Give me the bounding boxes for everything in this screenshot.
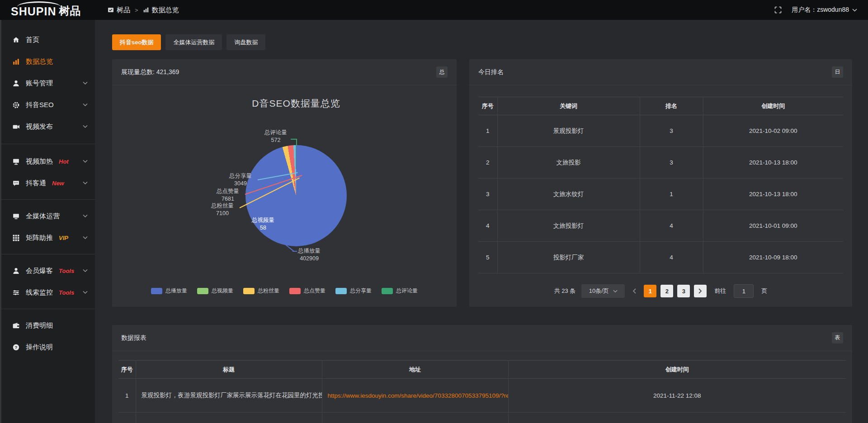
app-logo[interactable]: SHUPIN 树品 (11, 0, 95, 20)
username-label: 用户名：zswodun88 (792, 6, 849, 14)
legend-label: 总粉丝量 (258, 287, 279, 295)
legend-label: 总播放量 (165, 287, 187, 295)
sidebar-item-account[interactable]: 账号管理 (0, 72, 95, 94)
leader-line-plays (292, 251, 297, 252)
main-content: 抖音seo数据 全媒体运营数据 询盘数据 展现量总数: 421,369 总 D音… (95, 20, 868, 423)
logo-arc-decoration (17, 1, 61, 7)
cell-rank: 4 (640, 242, 703, 273)
pie-label-value: 7100 (206, 210, 239, 217)
pie-label-value: 58 (247, 224, 279, 232)
chevron-down-icon (852, 9, 857, 12)
goto-page-input[interactable] (734, 284, 754, 298)
page-size-select[interactable]: 10条/页 (581, 284, 625, 298)
chevron-down-icon (83, 103, 88, 107)
user-icon (12, 79, 20, 87)
chevron-down-icon (83, 125, 88, 128)
tab-douyin-seo-data[interactable]: 抖音seo数据 (112, 34, 161, 50)
question-icon: ? (12, 343, 20, 351)
page-button-3[interactable]: 3 (677, 285, 690, 297)
chevron-left-icon (632, 288, 636, 294)
legend-swatch (382, 288, 393, 294)
sidebar-item-lead-monitor[interactable]: 线索监控 Tools (0, 282, 95, 303)
monitor-icon (12, 212, 20, 220)
column-header-index: 序号 (478, 97, 497, 115)
username-menu[interactable]: 用户名：zswodun88 (792, 6, 857, 14)
impressions-total-label: 展现量总数: 421,369 (121, 68, 179, 76)
tab-inquiry-data[interactable]: 询盘数据 (226, 34, 265, 50)
ranking-body: 序号 关键词 排名 创建时间 1 景观投影灯 3 2021-10 (469, 97, 852, 298)
pie-label-comments: 总评论量 572 (261, 129, 290, 144)
sidebar-divider (0, 309, 95, 309)
sidebar-item-omnimedia[interactable]: 全媒体运营 (0, 205, 95, 227)
legend-item[interactable]: 总播放量 (151, 287, 187, 295)
legend-item[interactable]: 总点赞量 (289, 287, 326, 295)
legend-swatch (335, 288, 347, 294)
table-header-row: 序号 标题 地址 创建时间 (118, 361, 846, 379)
column-header-time: 创建时间 (703, 97, 843, 115)
next-page-button[interactable] (694, 285, 707, 297)
report-panel: 数据报表 表 序号 标题 地址 创建时间 1 (112, 325, 852, 423)
sidebar-item-help[interactable]: ? 操作说明 (0, 336, 95, 358)
new-tag: New (52, 180, 64, 187)
breadcrumb-item-root[interactable]: 树品 (108, 6, 130, 14)
page-button-2[interactable]: 2 (660, 285, 673, 297)
ranking-panel: 今日排名 日 序号 关键词 排名 创建时间 (469, 59, 852, 307)
logo-text-cn: 树品 (59, 4, 80, 18)
breadcrumb-label: 树品 (117, 6, 130, 14)
sidebar-item-consumption[interactable]: 消费明细 (0, 315, 95, 336)
pagination-total: 共 23 条 (554, 287, 576, 295)
sidebar-item-douyin-seo[interactable]: 抖音SEO (0, 94, 95, 116)
pie-label-value: 3049 (224, 180, 257, 188)
sidebar-item-home[interactable]: 首页 (0, 29, 95, 51)
svg-text:?: ? (14, 344, 17, 349)
table-row: 5 投影灯厂家 4 2021-10-09 18:00 (478, 242, 843, 273)
ranking-title: 今日排名 (478, 68, 504, 76)
sidebar-divider (0, 199, 95, 200)
day-badge-button[interactable]: 日 (832, 66, 843, 78)
total-badge-button[interactable]: 总 (436, 66, 448, 78)
table-row: 2 文旅投影 3 2021-10-13 18:00 (478, 147, 843, 179)
table-badge-button[interactable]: 表 (832, 332, 843, 343)
cell-url-link[interactable]: https://www.iesdouyin.com/share/video/70… (322, 379, 508, 413)
breadcrumb: 树品 > 数据总览 (108, 6, 179, 14)
chevron-down-icon (83, 82, 88, 85)
legend-item[interactable]: 总分享量 (335, 287, 372, 295)
page-size-value: 10条/页 (589, 287, 609, 295)
goto-label: 前往 (714, 287, 726, 295)
display-icon (12, 157, 20, 165)
breadcrumb-separator: > (135, 7, 138, 14)
cell-keyword: 文旅水纹灯 (497, 179, 640, 210)
legend-item[interactable]: 总评论量 (382, 287, 418, 295)
legend-item[interactable]: 总粉丝量 (243, 287, 279, 295)
cell-index: 1 (478, 115, 497, 147)
pie-label-videos: 总视频量 58 (247, 216, 279, 232)
sidebar-item-member-tool[interactable]: 会员爆客 Tools (0, 260, 95, 282)
sidebar-item-data-overview[interactable]: 数据总览 (0, 51, 95, 72)
sidebar-item-video-publish[interactable]: 视频发布 (0, 116, 95, 137)
cell-keyword: 文旅投影灯 (497, 210, 640, 242)
bar-chart-icon (143, 7, 149, 13)
fullscreen-icon[interactable] (774, 6, 782, 14)
report-title: 数据报表 (121, 334, 146, 342)
bar-chart-icon (12, 57, 20, 66)
tools-tag: Tools (59, 289, 74, 296)
pie-label-name: 总分享量 (224, 172, 257, 180)
sliders-icon (12, 288, 20, 296)
sidebar-item-video-heat[interactable]: 视频加热 Hot (0, 150, 95, 172)
sidebar-item-matrix-boost[interactable]: 矩阵助推 VIP (0, 227, 95, 249)
table-row: 4 文旅投影灯 4 2021-10-01 09:00 (478, 210, 843, 242)
cell-rank: 4 (640, 210, 703, 242)
app-window: SHUPIN 树品 树品 > 数据总览 用户名：zswodun88 (0, 0, 868, 423)
person-icon (12, 267, 20, 275)
legend-label: 总分享量 (350, 287, 372, 295)
breadcrumb-item-current[interactable]: 数据总览 (143, 6, 179, 14)
sidebar-item-doukertong[interactable]: 抖客通 New (0, 172, 95, 194)
legend-swatch (289, 288, 301, 294)
tab-omnimedia-data[interactable]: 全媒体运营数据 (165, 34, 222, 50)
legend-item[interactable]: 总视频量 (197, 287, 233, 295)
page-button-1[interactable]: 1 (644, 285, 656, 297)
report-table: 序号 标题 地址 创建时间 1 景观投影灯，夜游景观投影灯厂家展示展示落花灯在花… (118, 360, 846, 423)
prev-page-button[interactable] (629, 288, 640, 294)
pie-label-name: 总点赞量 (212, 188, 244, 195)
cell-index (118, 413, 136, 423)
